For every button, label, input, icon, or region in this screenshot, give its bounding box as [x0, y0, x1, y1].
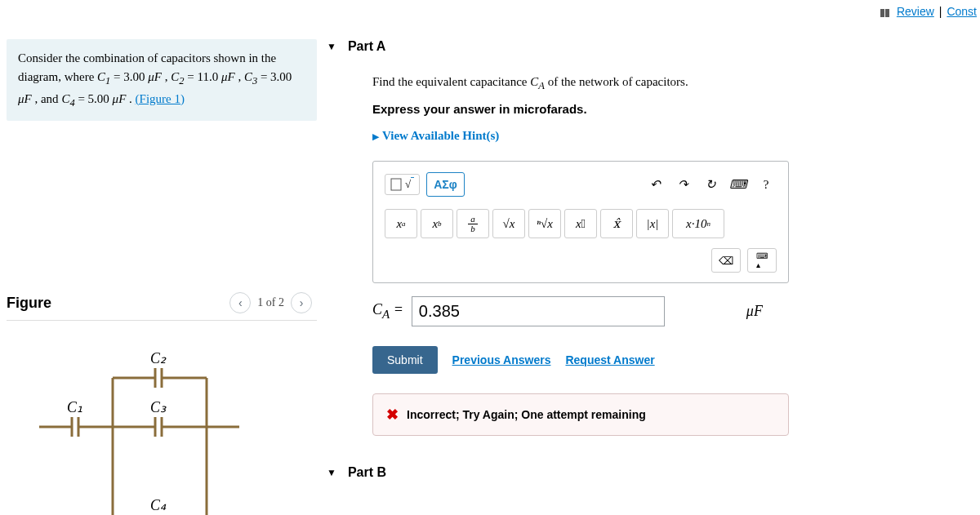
templates-tab[interactable]: √	[385, 174, 420, 195]
sym-vector[interactable]: x⃗	[564, 209, 597, 238]
help-button[interactable]: ?	[755, 170, 777, 199]
figure-next-button[interactable]: ›	[291, 292, 312, 313]
svg-text:C₁: C₁	[67, 399, 82, 415]
collapse-icon-b[interactable]: ▼	[327, 467, 336, 478]
incorrect-icon: ✖	[386, 406, 399, 424]
backspace-button[interactable]: ⌫	[711, 248, 741, 273]
answer-input[interactable]	[412, 296, 665, 326]
figure-link[interactable]: (Figure 1)	[136, 92, 185, 105]
collapse-icon[interactable]: ▼	[327, 41, 336, 52]
answer-unit: μF	[746, 303, 763, 320]
part-b-title: Part B	[348, 465, 386, 480]
review-link[interactable]: Review	[897, 5, 934, 18]
sym-superscript[interactable]: xa	[385, 209, 417, 238]
request-answer-link[interactable]: Request Answer	[565, 353, 654, 366]
sym-abs[interactable]: |x|	[636, 209, 669, 238]
svg-text:C₂: C₂	[150, 350, 167, 366]
keyboard-button[interactable]: ⌨	[728, 170, 749, 199]
equation-editor: √ ΑΣφ ↶ ↷ ↻ ⌨ ? xa xb ab √x ⁿ√x x⃗ x̂	[372, 161, 789, 283]
sym-hat[interactable]: x̂	[600, 209, 633, 238]
figure-prev-button[interactable]: ‹	[229, 292, 251, 313]
sym-nthroot[interactable]: ⁿ√x	[528, 209, 561, 238]
sym-fraction[interactable]: ab	[457, 209, 489, 238]
svg-rect-24	[391, 179, 401, 190]
part-a-title: Part A	[348, 39, 386, 54]
reset-button[interactable]: ↻	[700, 170, 721, 199]
sym-sci[interactable]: x·10n	[672, 209, 724, 238]
svg-text:C₃: C₃	[150, 399, 167, 415]
topbar-sep: |	[939, 5, 942, 18]
sym-subscript[interactable]: xb	[421, 209, 453, 238]
previous-answers-link[interactable]: Previous Answers	[452, 353, 551, 366]
bars-icon	[880, 7, 892, 16]
circuit-diagram: C₁ C₂ C₃ C₄	[7, 345, 317, 515]
symbols-tab[interactable]: ΑΣφ	[426, 172, 465, 197]
hints-toggle[interactable]: ▶View Available Hint(s)	[372, 129, 972, 143]
constants-link[interactable]: Const	[947, 5, 977, 18]
figure-title: Figure	[7, 295, 51, 312]
problem-statement: Consider the combination of capacitors s…	[7, 39, 317, 121]
answer-label: CA =	[372, 301, 403, 322]
sym-sqrt[interactable]: √x	[492, 209, 525, 238]
svg-text:C₄: C₄	[150, 497, 167, 513]
redo-button[interactable]: ↷	[672, 170, 693, 199]
feedback-box: ✖ Incorrect; Try Again; One attempt rema…	[372, 393, 789, 436]
instruction-text: Express your answer in microfarads.	[372, 102, 972, 116]
undo-button[interactable]: ↶	[644, 170, 666, 199]
submit-button[interactable]: Submit	[372, 346, 438, 374]
question-text: Find the equivalent capacitance CA of th…	[372, 75, 972, 92]
feedback-text: Incorrect; Try Again; One attempt remain…	[407, 408, 646, 421]
keyboard2-button[interactable]: ⌨▴	[747, 248, 777, 273]
figure-page: 1 of 2	[257, 296, 284, 309]
